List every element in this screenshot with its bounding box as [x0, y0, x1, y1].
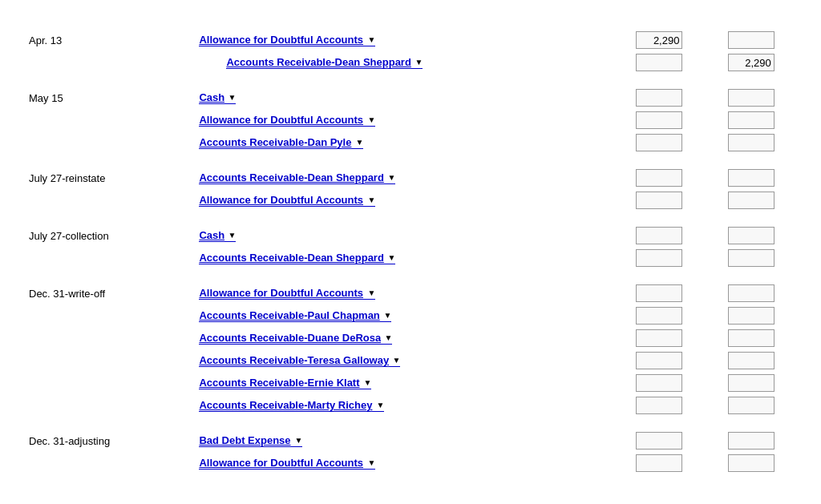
credit-input[interactable]: [728, 352, 774, 369]
debit-input[interactable]: [636, 397, 682, 414]
account-cell: Accounts Receivable-Marty Richey▼: [194, 394, 613, 417]
credit-cell: [706, 349, 797, 372]
table-row: Dec. 31-write-offAllowance for Doubtful …: [24, 282, 797, 304]
account-select-wrapper[interactable]: Accounts Receivable-Dean Sheppard▼: [199, 252, 395, 264]
date-cell: [24, 131, 194, 154]
credit-input[interactable]: [728, 134, 774, 151]
table-row: Accounts Receivable-Dean Sheppard▼: [24, 51, 797, 74]
credit-cell: [706, 109, 797, 131]
account-select-wrapper[interactable]: Accounts Receivable-Marty Richey▼: [199, 399, 384, 412]
account-select-wrapper[interactable]: Accounts Receivable-Dean Sheppard▼: [199, 171, 395, 184]
chevron-down-icon: ▼: [376, 401, 384, 409]
account-select[interactable]: Accounts Receivable-Teresa Galloway: [199, 354, 390, 366]
credit-input[interactable]: [728, 227, 774, 244]
credit-input[interactable]: [728, 89, 774, 107]
debit-input[interactable]: [636, 352, 682, 369]
account-cell: Cash▼: [194, 224, 613, 247]
account-cell: Accounts Receivable-Teresa Galloway▼: [194, 349, 613, 372]
debit-input[interactable]: [636, 329, 682, 347]
debit-input[interactable]: [636, 284, 682, 302]
credit-input[interactable]: [728, 284, 774, 302]
account-select-wrapper[interactable]: Allowance for Doubtful Accounts▼: [199, 194, 375, 207]
journal-table: Apr. 13Allowance for Doubtful Accounts▼A…: [24, 29, 797, 474]
date-cell: [24, 452, 194, 474]
chevron-down-icon: ▼: [355, 138, 363, 147]
date-cell: [24, 394, 194, 417]
credit-input[interactable]: [728, 169, 774, 187]
debit-cell: [613, 224, 705, 247]
account-select[interactable]: Bad Debt Expense: [199, 434, 293, 446]
account-select[interactable]: Allowance for Doubtful Accounts: [199, 34, 366, 46]
credit-input[interactable]: [728, 454, 774, 472]
account-select[interactable]: Cash: [199, 91, 226, 103]
account-select[interactable]: Accounts Receivable-Duane DeRosa: [199, 332, 382, 344]
debit-input[interactable]: [636, 54, 682, 71]
entry-spacer: [24, 74, 797, 87]
account-select-wrapper[interactable]: Cash▼: [199, 91, 236, 104]
credit-input[interactable]: [728, 329, 774, 347]
credit-input[interactable]: [728, 249, 774, 267]
credit-cell: [706, 224, 797, 247]
debit-input[interactable]: [636, 134, 682, 151]
account-select-wrapper[interactable]: Accounts Receivable-Duane DeRosa▼: [199, 332, 392, 345]
debit-cell: [613, 452, 705, 474]
account-select[interactable]: Allowance for Doubtful Accounts: [199, 194, 366, 206]
account-cell: Allowance for Doubtful Accounts▼: [194, 282, 613, 304]
table-row: Accounts Receivable-Paul Chapman▼: [24, 304, 797, 327]
table-row: May 15Cash▼: [24, 87, 797, 109]
credit-input[interactable]: [728, 397, 774, 414]
credit-input[interactable]: [728, 432, 774, 450]
debit-input[interactable]: [636, 374, 682, 392]
account-select-wrapper[interactable]: Allowance for Doubtful Accounts▼: [199, 114, 375, 127]
date-cell: July 27-reinstate: [24, 167, 194, 189]
account-select[interactable]: Accounts Receivable-Dean Sheppard: [226, 56, 413, 68]
debit-input[interactable]: [636, 432, 682, 450]
debit-input[interactable]: [636, 227, 682, 244]
account-select-wrapper[interactable]: Cash▼: [199, 229, 236, 242]
debit-input[interactable]: [636, 249, 682, 267]
debit-input[interactable]: [636, 89, 682, 107]
account-select[interactable]: Allowance for Doubtful Accounts: [199, 287, 366, 299]
account-select[interactable]: Accounts Receivable-Ernie Klatt: [199, 377, 362, 389]
account-cell: Accounts Receivable-Paul Chapman▼: [194, 304, 613, 327]
account-select[interactable]: Accounts Receivable-Dean Sheppard: [199, 252, 386, 264]
debit-cell: [613, 109, 705, 131]
debit-input[interactable]: [636, 192, 682, 209]
account-select[interactable]: Cash: [199, 229, 226, 241]
entry-spacer: [24, 269, 797, 282]
credit-cell: [706, 452, 797, 474]
account-select-wrapper[interactable]: Bad Debt Expense▼: [199, 434, 302, 447]
credit-input[interactable]: [728, 307, 774, 325]
account-select-wrapper[interactable]: Accounts Receivable-Ernie Klatt▼: [199, 377, 371, 389]
date-cell: Apr. 13: [24, 29, 194, 51]
account-select-wrapper[interactable]: Accounts Receivable-Teresa Galloway▼: [199, 354, 400, 367]
debit-input[interactable]: [636, 307, 682, 325]
account-select-wrapper[interactable]: Accounts Receivable-Dan Pyle▼: [199, 136, 363, 149]
credit-input[interactable]: [728, 54, 774, 71]
chevron-down-icon: ▼: [415, 58, 423, 67]
account-select-wrapper[interactable]: Accounts Receivable-Dean Sheppard▼: [226, 56, 423, 69]
account-select-wrapper[interactable]: Allowance for Doubtful Accounts▼: [199, 287, 375, 300]
account-select[interactable]: Allowance for Doubtful Accounts: [199, 114, 366, 126]
account-select-wrapper[interactable]: Allowance for Doubtful Accounts▼: [199, 457, 375, 470]
account-cell: Allowance for Doubtful Accounts▼: [194, 189, 613, 212]
account-select-wrapper[interactable]: Accounts Receivable-Paul Chapman▼: [199, 309, 391, 322]
debit-input[interactable]: [636, 31, 682, 49]
entry-spacer: [24, 212, 797, 224]
credit-input[interactable]: [728, 192, 774, 209]
debit-cell: [613, 247, 705, 269]
credit-input[interactable]: [728, 111, 774, 129]
debit-input[interactable]: [636, 111, 682, 129]
debit-input[interactable]: [636, 169, 682, 187]
account-select[interactable]: Allowance for Doubtful Accounts: [199, 457, 366, 469]
account-select[interactable]: Accounts Receivable-Marty Richey: [199, 399, 374, 411]
debit-cell: [613, 189, 705, 212]
credit-input[interactable]: [728, 31, 774, 49]
table-row: Accounts Receivable-Ernie Klatt▼: [24, 372, 797, 394]
account-select[interactable]: Accounts Receivable-Dan Pyle: [199, 136, 354, 148]
credit-input[interactable]: [728, 374, 774, 392]
account-select[interactable]: Accounts Receivable-Dean Sheppard: [199, 171, 386, 183]
account-select[interactable]: Accounts Receivable-Paul Chapman: [199, 309, 382, 321]
account-select-wrapper[interactable]: Allowance for Doubtful Accounts▼: [199, 34, 375, 46]
debit-input[interactable]: [636, 454, 682, 472]
